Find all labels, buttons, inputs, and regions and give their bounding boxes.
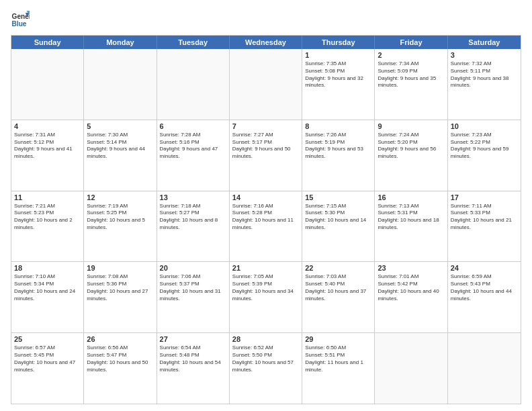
- calendar-header-day: Friday: [375, 36, 447, 49]
- day-info: Sunrise: 6:57 AMSunset: 5:45 PMDaylight:…: [14, 345, 81, 373]
- day-info: Sunrise: 7:30 AMSunset: 5:14 PMDaylight:…: [87, 132, 153, 161]
- calendar-cell: 14Sunrise: 7:16 AMSunset: 5:28 PMDayligh…: [230, 191, 302, 262]
- day-number: 12: [87, 193, 153, 201]
- day-info: Sunrise: 7:05 AMSunset: 5:39 PMDaylight:…: [232, 273, 299, 302]
- day-number: 26: [87, 335, 153, 343]
- day-info: Sunrise: 7:10 AMSunset: 5:34 PMDaylight:…: [14, 273, 81, 302]
- day-number: 20: [160, 264, 226, 272]
- day-number: 9: [378, 122, 444, 130]
- logo-icon: General Blue: [11, 11, 30, 30]
- day-number: 4: [14, 122, 81, 130]
- day-number: 19: [87, 264, 153, 272]
- day-number: 5: [87, 122, 153, 130]
- day-info: Sunrise: 7:35 AMSunset: 5:08 PMDaylight:…: [305, 60, 371, 89]
- calendar-header-day: Monday: [84, 36, 157, 49]
- calendar-header-day: Tuesday: [157, 36, 230, 49]
- calendar-cell: 26Sunrise: 6:56 AMSunset: 5:47 PMDayligh…: [84, 333, 157, 404]
- day-number: 24: [451, 264, 518, 272]
- day-number: 3: [451, 51, 518, 59]
- calendar-cell: 12Sunrise: 7:19 AMSunset: 5:25 PMDayligh…: [84, 191, 157, 262]
- calendar-cell: 16Sunrise: 7:13 AMSunset: 5:31 PMDayligh…: [375, 191, 447, 262]
- day-info: Sunrise: 7:21 AMSunset: 5:23 PMDaylight:…: [14, 203, 81, 232]
- day-number: 8: [305, 122, 371, 130]
- calendar-cell: 5Sunrise: 7:30 AMSunset: 5:14 PMDaylight…: [84, 120, 157, 191]
- day-number: 15: [305, 193, 371, 201]
- day-info: Sunrise: 7:24 AMSunset: 5:20 PMDaylight:…: [378, 132, 444, 161]
- calendar-cell: 1Sunrise: 7:35 AMSunset: 5:08 PMDaylight…: [302, 49, 375, 120]
- calendar-week: 1Sunrise: 7:35 AMSunset: 5:08 PMDaylight…: [11, 49, 521, 120]
- calendar-week: 11Sunrise: 7:21 AMSunset: 5:23 PMDayligh…: [11, 191, 521, 263]
- day-info: Sunrise: 6:52 AMSunset: 5:50 PMDaylight:…: [232, 345, 299, 373]
- day-number: 17: [451, 193, 518, 201]
- day-number: 23: [378, 264, 444, 272]
- day-info: Sunrise: 7:08 AMSunset: 5:36 PMDaylight:…: [87, 273, 153, 302]
- day-number: 1: [305, 51, 371, 59]
- day-info: Sunrise: 7:26 AMSunset: 5:19 PMDaylight:…: [305, 132, 371, 161]
- calendar-cell: [448, 333, 521, 404]
- calendar-cell: 6Sunrise: 7:28 AMSunset: 5:16 PMDaylight…: [157, 120, 230, 191]
- calendar-cell: [375, 333, 447, 404]
- calendar-cell: [11, 49, 84, 120]
- day-info: Sunrise: 7:03 AMSunset: 5:40 PMDaylight:…: [305, 273, 371, 302]
- day-info: Sunrise: 6:56 AMSunset: 5:47 PMDaylight:…: [87, 345, 153, 373]
- calendar-week: 4Sunrise: 7:31 AMSunset: 5:12 PMDaylight…: [11, 120, 521, 191]
- calendar-cell: 17Sunrise: 7:11 AMSunset: 5:33 PMDayligh…: [448, 191, 521, 262]
- day-number: 11: [14, 193, 81, 201]
- calendar-cell: 18Sunrise: 7:10 AMSunset: 5:34 PMDayligh…: [11, 262, 84, 332]
- day-info: Sunrise: 7:27 AMSunset: 5:17 PMDaylight:…: [232, 132, 299, 161]
- day-info: Sunrise: 6:54 AMSunset: 5:48 PMDaylight:…: [160, 345, 226, 373]
- day-number: 21: [232, 264, 299, 272]
- day-info: Sunrise: 7:19 AMSunset: 5:25 PMDaylight:…: [87, 203, 153, 232]
- calendar-week: 18Sunrise: 7:10 AMSunset: 5:34 PMDayligh…: [11, 262, 521, 333]
- calendar-cell: 8Sunrise: 7:26 AMSunset: 5:19 PMDaylight…: [302, 120, 375, 191]
- calendar: SundayMondayTuesdayWednesdayThursdayFrid…: [11, 35, 521, 404]
- calendar-header-day: Sunday: [11, 36, 84, 49]
- day-number: 10: [451, 122, 518, 130]
- day-number: 14: [232, 193, 299, 201]
- calendar-cell: 22Sunrise: 7:03 AMSunset: 5:40 PMDayligh…: [302, 262, 375, 332]
- day-info: Sunrise: 6:59 AMSunset: 5:43 PMDaylight:…: [451, 273, 518, 302]
- calendar-cell: 13Sunrise: 7:18 AMSunset: 5:27 PMDayligh…: [157, 191, 230, 262]
- calendar-cell: 20Sunrise: 7:06 AMSunset: 5:37 PMDayligh…: [157, 262, 230, 332]
- calendar-cell: 9Sunrise: 7:24 AMSunset: 5:20 PMDaylight…: [375, 120, 447, 191]
- calendar-cell: 21Sunrise: 7:05 AMSunset: 5:39 PMDayligh…: [230, 262, 302, 332]
- calendar-body: 1Sunrise: 7:35 AMSunset: 5:08 PMDaylight…: [11, 49, 521, 404]
- day-number: 27: [160, 335, 226, 343]
- day-info: Sunrise: 7:06 AMSunset: 5:37 PMDaylight:…: [160, 273, 226, 302]
- day-number: 13: [160, 193, 226, 201]
- calendar-cell: 10Sunrise: 7:23 AMSunset: 5:22 PMDayligh…: [448, 120, 521, 191]
- day-info: Sunrise: 6:50 AMSunset: 5:51 PMDaylight:…: [305, 345, 371, 373]
- page: General Blue SundayMondayTuesdayWednesda…: [0, 0, 532, 411]
- calendar-cell: 7Sunrise: 7:27 AMSunset: 5:17 PMDaylight…: [230, 120, 302, 191]
- day-number: 16: [378, 193, 444, 201]
- day-info: Sunrise: 7:15 AMSunset: 5:30 PMDaylight:…: [305, 203, 371, 232]
- day-number: 18: [14, 264, 81, 272]
- calendar-cell: 24Sunrise: 6:59 AMSunset: 5:43 PMDayligh…: [448, 262, 521, 332]
- calendar-cell: 23Sunrise: 7:01 AMSunset: 5:42 PMDayligh…: [375, 262, 447, 332]
- calendar-cell: 29Sunrise: 6:50 AMSunset: 5:51 PMDayligh…: [302, 333, 375, 404]
- calendar-cell: 4Sunrise: 7:31 AMSunset: 5:12 PMDaylight…: [11, 120, 84, 191]
- day-info: Sunrise: 7:13 AMSunset: 5:31 PMDaylight:…: [378, 203, 444, 232]
- calendar-cell: 2Sunrise: 7:34 AMSunset: 5:09 PMDaylight…: [375, 49, 447, 120]
- calendar-cell: 28Sunrise: 6:52 AMSunset: 5:50 PMDayligh…: [230, 333, 302, 404]
- header: General Blue: [11, 11, 521, 30]
- day-number: 29: [305, 335, 371, 343]
- day-info: Sunrise: 7:11 AMSunset: 5:33 PMDaylight:…: [451, 203, 518, 232]
- calendar-cell: 27Sunrise: 6:54 AMSunset: 5:48 PMDayligh…: [157, 333, 230, 404]
- calendar-cell: [230, 49, 302, 120]
- logo: General Blue: [11, 11, 30, 30]
- calendar-cell: [84, 49, 157, 120]
- day-number: 7: [232, 122, 299, 130]
- day-info: Sunrise: 7:31 AMSunset: 5:12 PMDaylight:…: [14, 132, 81, 161]
- day-info: Sunrise: 7:34 AMSunset: 5:09 PMDaylight:…: [378, 60, 444, 89]
- day-number: 25: [14, 335, 81, 343]
- calendar-cell: 15Sunrise: 7:15 AMSunset: 5:30 PMDayligh…: [302, 191, 375, 262]
- calendar-header: SundayMondayTuesdayWednesdayThursdayFrid…: [11, 36, 521, 49]
- day-number: 2: [378, 51, 444, 59]
- calendar-cell: 25Sunrise: 6:57 AMSunset: 5:45 PMDayligh…: [11, 333, 84, 404]
- day-info: Sunrise: 7:16 AMSunset: 5:28 PMDaylight:…: [232, 203, 299, 232]
- day-info: Sunrise: 7:23 AMSunset: 5:22 PMDaylight:…: [451, 132, 518, 161]
- day-info: Sunrise: 7:01 AMSunset: 5:42 PMDaylight:…: [378, 273, 444, 302]
- day-number: 22: [305, 264, 371, 272]
- day-info: Sunrise: 7:32 AMSunset: 5:11 PMDaylight:…: [451, 60, 518, 89]
